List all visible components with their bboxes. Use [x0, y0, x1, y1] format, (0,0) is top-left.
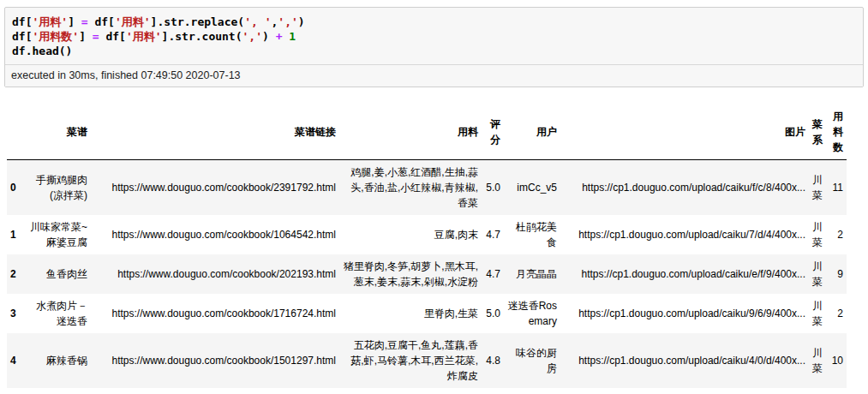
cell-recipe: 水煮肉片－迷迭香 — [24, 294, 91, 333]
code-token-o: = — [81, 15, 88, 28]
cell-recipe: 手撕鸡腿肉(凉拌菜) — [24, 160, 91, 216]
col-header-cuisine: 菜系 — [809, 104, 826, 160]
code-token-p: ].str.count( — [162, 30, 242, 43]
cell-cuisine: 川菜 — [809, 254, 826, 294]
code-editor[interactable]: df['用料'] = df['用料'].str.replace(', ',','… — [5, 8, 863, 64]
cell-recipe: 麻辣香锅 — [24, 333, 91, 388]
col-header-link: 菜谱链接 — [91, 104, 339, 160]
code-token-p: df[ — [99, 30, 126, 43]
code-token-n: 1 — [289, 30, 296, 43]
cell-link: https://www.douguo.com/cookbook/1064542.… — [91, 215, 339, 254]
cell-image: https://cp1.douguo.com/upload/caiku/4/0/… — [560, 333, 809, 388]
cell-image: https://cp1.douguo.com/upload/caiku/7/d/… — [560, 215, 809, 254]
table-row: 2鱼香肉丝https://www.douguo.com/cookbook/202… — [7, 254, 847, 294]
code-token-p: ] — [79, 30, 93, 43]
cell-ingredients: 里脊肉,生菜 — [339, 294, 482, 333]
cell-count: 10 — [826, 333, 847, 388]
code-token-p: ] — [68, 15, 81, 28]
col-header-user: 用户 — [504, 104, 560, 160]
cell-user: imCc_v5 — [504, 160, 560, 216]
dataframe-table: 菜谱菜谱链接用料评分用户图片菜系用料数 0手撕鸡腿肉(凉拌菜)https://w… — [7, 104, 847, 388]
code-token-p: df.head() — [12, 45, 72, 57]
cell-ingredients: 猪里脊肉,冬笋,胡萝卜,黑木耳,葱末,姜末,蒜末,剁椒,水淀粉 — [339, 254, 482, 294]
cell-recipe: 川味家常菜~麻婆豆腐 — [24, 215, 91, 254]
header-row: 菜谱菜谱链接用料评分用户图片菜系用料数 — [7, 104, 847, 160]
cell-user: 迷迭香Rosemary — [504, 294, 560, 333]
cell-link: https://www.douguo.com/cookbook/2391792.… — [91, 160, 339, 216]
row-index: 0 — [7, 160, 24, 216]
cell-cuisine: 川菜 — [809, 333, 826, 388]
code-token-s: '用料' — [126, 30, 162, 43]
code-line: df['用料'] = df['用料'].str.replace(', ',','… — [12, 15, 856, 29]
code-token-p: df[ — [12, 30, 32, 43]
row-index: 1 — [7, 215, 24, 254]
code-token-s: '用料' — [115, 15, 151, 28]
cell-link: https://www.douguo.com/cookbook/1716724.… — [91, 294, 339, 333]
notebook-code-cell: df['用料'] = df['用料'].str.replace(', ',','… — [4, 7, 864, 87]
cell-user: 杜鹃花美食 — [504, 215, 560, 254]
code-line: df.head() — [12, 44, 856, 58]
cell-rating: 4.8 — [482, 333, 504, 388]
cell-ingredients: 五花肉,豆腐干,鱼丸,莲藕,香菇,虾,马铃薯,木耳,西兰花菜,炸腐皮 — [339, 333, 482, 388]
code-token-p: df[ — [12, 15, 32, 28]
cell-rating: 4.7 — [482, 254, 504, 294]
table-row: 0手撕鸡腿肉(凉拌菜)https://www.douguo.com/cookbo… — [7, 160, 847, 216]
execution-status: executed in 30ms, finished 07:49:50 2020… — [5, 64, 863, 87]
cell-cuisine: 川菜 — [809, 160, 826, 216]
code-token-s: ',' — [242, 30, 262, 43]
code-token-p: ) — [298, 15, 305, 28]
code-token-s: '用料数' — [32, 30, 79, 43]
table-row: 3水煮肉片－迷迭香https://www.douguo.com/cookbook… — [7, 294, 847, 333]
cell-rating: 5.0 — [482, 294, 504, 333]
cell-count: 11 — [826, 160, 847, 216]
col-header-rating: 评分 — [482, 104, 504, 160]
code-token-p: ) — [262, 30, 276, 43]
code-token-p: df[ — [88, 15, 115, 28]
table-row: 4麻辣香锅https://www.douguo.com/cookbook/150… — [7, 333, 847, 388]
cell-image: https://cp1.douguo.com/upload/caiku/f/c/… — [560, 160, 809, 216]
cell-link: https://www.douguo.com/cookbook/202193.h… — [91, 254, 339, 294]
col-header-ingredients: 用料 — [339, 104, 482, 160]
col-header-count: 用料数 — [826, 104, 847, 160]
code-token-s: ', ' — [244, 15, 271, 28]
cell-ingredients: 鸡腿,姜,小葱,红酒醋,生抽,蒜头,香油,盐,小红辣椒,青辣椒,香菜 — [339, 160, 482, 216]
cell-link: https://www.douguo.com/cookbook/1501297.… — [91, 333, 339, 388]
cell-image: https://cp1.douguo.com/upload/caiku/e/f/… — [560, 254, 809, 294]
col-header-recipe: 菜谱 — [24, 104, 91, 160]
code-token-s: ',' — [278, 15, 297, 28]
dataframe-output: 菜谱菜谱链接用料评分用户图片菜系用料数 0手撕鸡腿肉(凉拌菜)https://w… — [7, 104, 868, 388]
cell-ingredients: 豆腐,肉末 — [339, 215, 482, 254]
cell-count: 2 — [826, 294, 847, 333]
cell-user: 味谷的厨房 — [504, 333, 560, 388]
cell-user: 月亮晶晶 — [504, 254, 560, 294]
index-corner-header — [7, 104, 24, 160]
code-token-o: = — [93, 30, 99, 43]
row-index: 2 — [7, 254, 24, 294]
cell-cuisine: 川菜 — [809, 215, 826, 254]
cell-cuisine: 川菜 — [809, 294, 826, 333]
cell-rating: 5.0 — [482, 160, 504, 216]
row-index: 3 — [7, 294, 24, 333]
cell-rating: 4.7 — [482, 215, 504, 254]
cell-image: https://cp1.douguo.com/upload/caiku/9/6/… — [560, 294, 809, 333]
row-index: 4 — [7, 333, 24, 388]
code-line: df['用料数'] = df['用料'].str.count(',') + 1 — [12, 29, 856, 44]
cell-recipe: 鱼香肉丝 — [24, 254, 91, 294]
table-row: 1川味家常菜~麻婆豆腐https://www.douguo.com/cookbo… — [7, 215, 847, 254]
table-body: 0手撕鸡腿肉(凉拌菜)https://www.douguo.com/cookbo… — [7, 160, 847, 389]
col-header-image: 图片 — [560, 104, 809, 160]
cell-count: 9 — [826, 254, 847, 294]
code-token-s: '用料' — [32, 15, 68, 28]
code-token-p: ].str.replace( — [151, 15, 245, 28]
cell-count: 2 — [826, 215, 847, 254]
